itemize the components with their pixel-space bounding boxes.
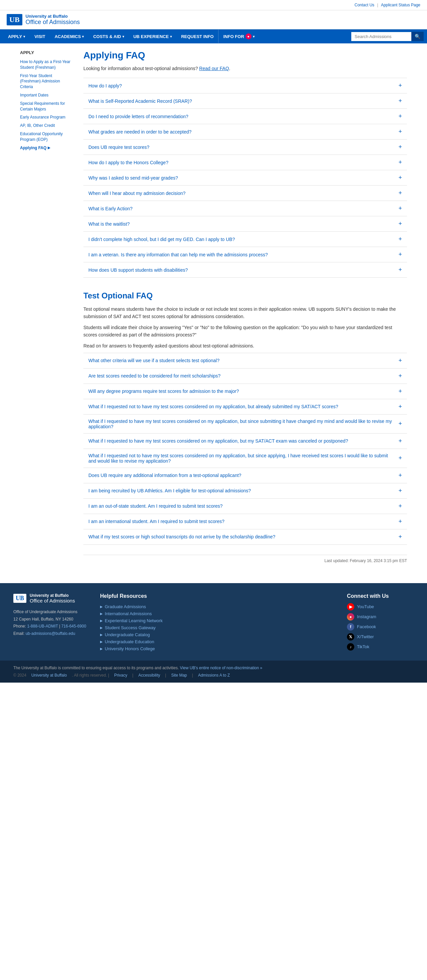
faq-item[interactable]: What is Self-Reported Academic Record (S…	[83, 93, 407, 108]
non-discrimination-statement: The University at Buffalo is committed t…	[13, 666, 179, 670]
applicant-status-link[interactable]: Applicant Status Page	[381, 3, 420, 7]
info-for-chevron-icon: ▾	[253, 35, 254, 38]
faq-item[interactable]: I am a veteran. Is there any information…	[83, 247, 407, 262]
faq-toggle-icon: +	[398, 503, 402, 510]
footer-top: UB University at Buffalo Office of Admis…	[13, 593, 414, 652]
instagram-link[interactable]: ● Instagram	[347, 613, 414, 620]
costs-chevron-icon: ▾	[122, 35, 124, 38]
footer-office-label: Office of Undergraduate Admissions	[13, 608, 87, 616]
copyright-text: © 2024	[13, 673, 26, 678]
footer-link-international-admissions[interactable]: International Admissions	[100, 610, 333, 617]
faq-toggle-icon: +	[398, 235, 402, 243]
footer-ub-logo-icon: UB	[13, 594, 26, 603]
university-footer-link[interactable]: University at Buffalo	[31, 673, 67, 678]
faq-item[interactable]: Does UB require test scores? +	[83, 139, 407, 154]
accessibility-link[interactable]: Accessibility	[138, 673, 160, 678]
faq-item[interactable]: Why was I asked to send mid-year grades?…	[83, 170, 407, 185]
to-faq-item[interactable]: What other criteria will we use if a stu…	[83, 353, 407, 368]
faq-toggle-icon: +	[398, 472, 402, 479]
last-updated: Last updated: February 16, 2024 3:15 pm …	[83, 555, 407, 563]
page-title: Applying FAQ	[83, 50, 407, 61]
to-faq-item[interactable]: Will any degree programs require test sc…	[83, 383, 407, 399]
sidebar-title: APPLY	[20, 50, 73, 55]
faq-toggle-icon: +	[398, 266, 402, 274]
faq-item[interactable]: How do I apply to the Honors College? +	[83, 154, 407, 170]
facebook-link[interactable]: f Facebook	[347, 623, 414, 630]
tiktok-icon: ♪	[347, 643, 354, 651]
sidebar-item-important-dates[interactable]: Important Dates	[20, 91, 73, 99]
footer-link-undergrad-catalog[interactable]: Undergraduate Catalog	[100, 631, 333, 638]
contact-us-link[interactable]: Contact Us	[355, 3, 374, 7]
footer-email-link[interactable]: ub-admissions@buffalo.edu	[26, 631, 75, 636]
nav-visit[interactable]: VISIT	[30, 30, 50, 43]
footer-logo: UB University at Buffalo Office of Admis…	[13, 593, 87, 603]
sidebar-item-ap-ib[interactable]: AP, IB, Other Credit	[20, 121, 73, 130]
sidebar-item-applying-faq[interactable]: Applying FAQ	[20, 144, 73, 152]
nav-ub-experience[interactable]: UB EXPERIENCE ▾	[129, 30, 176, 43]
tiktok-link[interactable]: ♪ TikTok	[347, 643, 414, 651]
footer-link-graduate-admissions[interactable]: Graduate Admissions	[100, 603, 333, 610]
youtube-link[interactable]: ▶ YouTube	[347, 603, 414, 611]
to-faq-item[interactable]: I am an international student. Am I requ…	[83, 514, 407, 529]
sidebar-item-eop[interactable]: Educational Opportunity Program (EOP)	[20, 130, 73, 144]
privacy-link[interactable]: Privacy	[114, 673, 127, 678]
to-faq-item[interactable]: What if I requested not to have my test …	[83, 399, 407, 414]
to-faq-item[interactable]: Are test scores needed to be considered …	[83, 368, 407, 383]
test-optional-desc3: Read on for answers to frequently asked …	[83, 342, 407, 350]
footer-connect: Connect with Us ▶ YouTube ● Instagram f …	[347, 593, 414, 652]
sidebar-item-early-assurance[interactable]: Early Assurance Program	[20, 113, 73, 121]
nav-costs-aid[interactable]: COSTS & AID ▾	[88, 30, 129, 43]
faq-item[interactable]: How do I apply? +	[83, 78, 407, 93]
search-button[interactable]: 🔍	[411, 32, 424, 41]
footer-phone2-link[interactable]: 716-645-6900	[61, 624, 86, 628]
faq-item[interactable]: What grades are needed in order to be ac…	[83, 124, 407, 139]
to-faq-item[interactable]: What if I requested not to have my test …	[83, 449, 407, 468]
footer-link-undergrad-education[interactable]: Undergraduate Education	[100, 638, 333, 645]
sidebar-item-admission-criteria[interactable]: First-Year Student (Freshman) Admission …	[20, 72, 73, 91]
footer-link-honors-college[interactable]: University Honors College	[100, 645, 333, 652]
faq-toggle-icon: +	[398, 533, 402, 540]
read-faq-link[interactable]: Read our FAQ	[199, 66, 229, 71]
to-faq-item[interactable]: What if my test scores or high school tr…	[83, 529, 407, 545]
site-map-link[interactable]: Site Map	[171, 673, 187, 678]
admissions-a-to-z-link[interactable]: Admissions A to Z	[198, 673, 230, 678]
to-faq-item[interactable]: I am an out-of-state student. Am I requi…	[83, 498, 407, 514]
faq-toggle-icon: +	[398, 403, 402, 410]
sidebar-item-special-requirements[interactable]: Special Requirements for Certain Majors	[20, 99, 73, 113]
to-faq-item[interactable]: What if I requested to have my test scor…	[83, 414, 407, 433]
nav-apply[interactable]: APPLY ▾	[3, 30, 30, 43]
faq-toggle-icon: +	[398, 205, 402, 212]
to-faq-item[interactable]: What if I requested to have my test scor…	[83, 433, 407, 449]
apply-chevron-icon: ▾	[23, 35, 25, 38]
twitter-link[interactable]: 𝕏 X/Twitter	[347, 633, 414, 641]
academics-chevron-icon: ▾	[82, 35, 84, 38]
faq-item[interactable]: Do I need to provide letters of recommen…	[83, 108, 407, 124]
faq-item[interactable]: What is Early Action? +	[83, 200, 407, 216]
sidebar: APPLY How to Apply as a First-Year Stude…	[20, 50, 73, 563]
header-logo[interactable]: UB University at Buffalo Office of Admis…	[7, 14, 80, 26]
to-faq-item[interactable]: I am being recruited by UB Athletics. Am…	[83, 483, 407, 498]
test-optional-faq-list: What other criteria will we use if a stu…	[83, 353, 407, 545]
nav-request-info[interactable]: REQUEST INFO	[176, 30, 219, 43]
faq-toggle-icon: +	[398, 174, 402, 181]
faq-item[interactable]: How does UB support students with disabi…	[83, 262, 407, 278]
to-faq-item[interactable]: Does UB require any additional informati…	[83, 468, 407, 483]
faq-toggle-icon: +	[398, 113, 402, 120]
footer-phone-label: Phone:	[13, 624, 26, 628]
footer-link-student-success[interactable]: Student Success Gateway	[100, 624, 333, 631]
main-container: APPLY How to Apply as a First-Year Stude…	[13, 43, 414, 570]
faq-toggle-icon: +	[398, 220, 402, 227]
faq-item[interactable]: I didn't complete high school, but I did…	[83, 231, 407, 247]
faq-item[interactable]: What is the waitlist? +	[83, 216, 407, 231]
non-discrimination-link[interactable]: View UB's entire notice of non-discrimin…	[180, 666, 262, 670]
faq-toggle-icon: +	[398, 128, 402, 135]
nav-info-for[interactable]: INFO FOR ● ▾	[219, 29, 259, 43]
main-nav: APPLY ▾ VISIT ACADEMICS ▾ COSTS & AID ▾ …	[0, 29, 427, 43]
footer-bottom: The University at Buffalo is committed t…	[0, 660, 427, 682]
footer-phone1-link[interactable]: 1-888-UB-ADMIT	[27, 624, 58, 628]
sidebar-item-how-to-apply[interactable]: How to Apply as a First-Year Student (Fr…	[20, 58, 73, 72]
faq-item[interactable]: When will I hear about my admission deci…	[83, 185, 407, 200]
footer-link-experiential-learning[interactable]: Experiential Learning Network	[100, 617, 333, 624]
nav-academics[interactable]: ACADEMICS ▾	[50, 30, 89, 43]
search-input[interactable]	[351, 32, 411, 41]
